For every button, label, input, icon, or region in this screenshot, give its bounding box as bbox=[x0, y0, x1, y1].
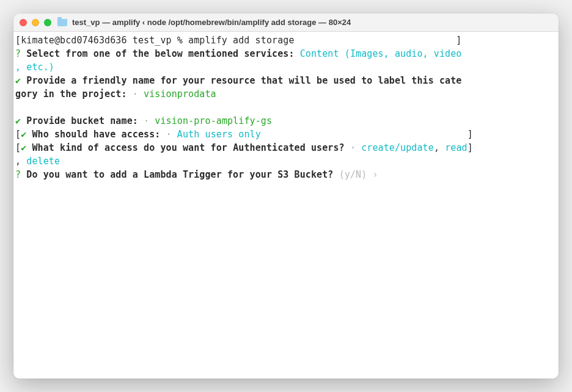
question-marker-icon: ? bbox=[15, 48, 21, 59]
question-text: What kind of access do you want for Auth… bbox=[32, 142, 344, 153]
pad bbox=[261, 129, 468, 140]
dot-separator-icon: · bbox=[133, 89, 138, 100]
answer-text: , bbox=[15, 62, 26, 73]
question-text: Select from one of the below mentioned s… bbox=[26, 48, 294, 59]
folder-icon bbox=[57, 19, 67, 26]
dot-separator-icon: · bbox=[144, 115, 149, 126]
input-hint: (y/N) › bbox=[339, 169, 378, 180]
comma: , bbox=[15, 156, 26, 167]
answer-text: create/update bbox=[361, 142, 434, 153]
comma: , bbox=[434, 142, 445, 153]
dot-separator-icon: · bbox=[350, 142, 356, 153]
minimize-icon[interactable] bbox=[32, 19, 39, 26]
dot-separator-icon: · bbox=[166, 129, 172, 140]
answer-text: read bbox=[445, 142, 468, 153]
answer-text: etc.) bbox=[26, 62, 54, 73]
check-icon: ✔ bbox=[15, 115, 21, 126]
answer-text: visionprodata bbox=[144, 89, 216, 100]
traffic-lights bbox=[20, 19, 51, 26]
answer-text: delete bbox=[26, 156, 60, 167]
check-icon: ✔ bbox=[15, 75, 21, 86]
terminal-output[interactable]: [kimate@bcd07463d636 test_vp % amplify a… bbox=[13, 32, 559, 379]
question-text: Provide bucket name: bbox=[26, 115, 138, 126]
bracket-open: [ bbox=[15, 129, 21, 140]
question-text: Do you want to add a Lambda Trigger for … bbox=[26, 169, 333, 180]
window-title: test_vp — amplify ‹ node /opt/homebrew/b… bbox=[72, 18, 351, 27]
question-text: Provide a friendly name for your resourc… bbox=[26, 75, 461, 86]
titlebar: test_vp — amplify ‹ node /opt/homebrew/b… bbox=[13, 13, 559, 32]
bracket-open: [ bbox=[15, 142, 21, 153]
question-marker-icon: ? bbox=[15, 169, 21, 180]
bracket-close: ] bbox=[468, 142, 473, 153]
check-icon: ✔ bbox=[21, 129, 26, 140]
question-text: Who should have access: bbox=[32, 129, 160, 140]
answer-text: Auth users only bbox=[177, 129, 261, 140]
answer-text: vision-pro-amplify-gs bbox=[155, 115, 272, 126]
zoom-icon[interactable] bbox=[44, 19, 51, 26]
prompt-line: [kimate@bcd07463d636 test_vp % amplify a… bbox=[15, 35, 461, 46]
bracket-close: ] bbox=[468, 129, 473, 140]
question-text: gory in the project: bbox=[15, 89, 127, 100]
terminal-window: test_vp — amplify ‹ node /opt/homebrew/b… bbox=[13, 13, 559, 379]
check-icon: ✔ bbox=[21, 142, 26, 153]
close-icon[interactable] bbox=[20, 19, 27, 26]
answer-text: Content (Images, audio, video bbox=[300, 48, 462, 59]
